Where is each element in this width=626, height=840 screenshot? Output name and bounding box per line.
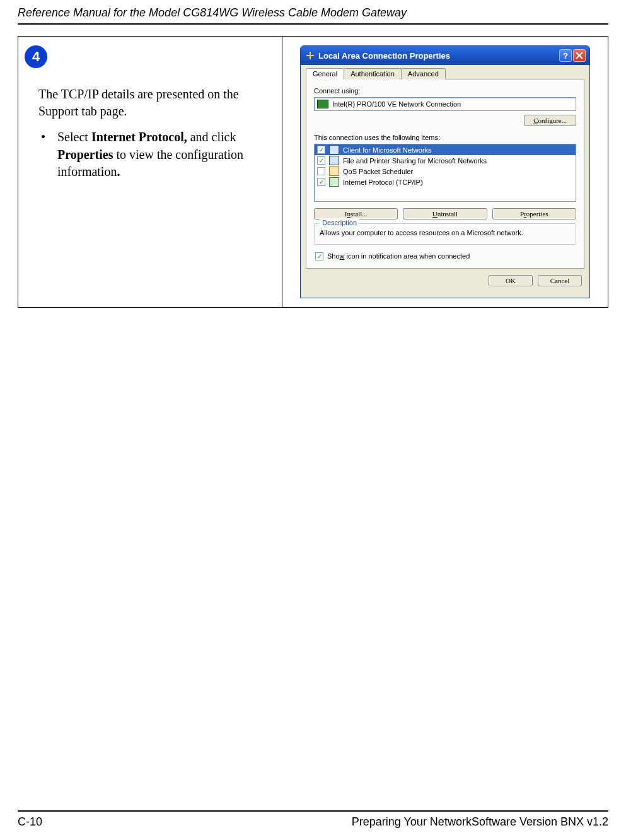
client-icon [329,145,339,155]
description-legend: Description [320,219,359,226]
dialog-footer: OK Cancel [301,269,589,291]
network-icon [306,51,315,60]
configure-button[interactable]: Configure... [524,115,576,126]
item-label: Internet Protocol (TCP/IP) [343,178,423,186]
help-button[interactable]: ? [559,49,572,62]
connect-using-label: Connect using: [314,87,576,95]
tab-general[interactable]: General [306,68,344,79]
file-share-icon [329,156,339,165]
instruction-bullet: Select Internet Protocol, and click Prop… [38,129,270,181]
bullet-bold-1: Internet Protocol, [91,130,187,144]
dialog-title: Local Area Connection Properties [318,51,450,61]
items-box[interactable]: Client for Microsoft Networks File and P… [314,144,576,202]
bullet-bold-2: Properties [57,148,113,161]
bullet-text-pre: Select [57,130,91,144]
footer-section: Preparing Your NetworkSoftware Version B… [352,815,608,829]
item-label: QoS Packet Scheduler [343,168,413,175]
item-client[interactable]: Client for Microsoft Networks [315,144,576,155]
close-button[interactable] [573,49,586,62]
u-configure: C [533,117,538,124]
screenshot-cell: Local Area Connection Properties ? Gener… [282,37,608,308]
ok-button[interactable]: OK [489,275,533,286]
item-file-printer[interactable]: File and Printer Sharing for Microsoft N… [315,155,576,166]
u-properties: r [524,210,526,218]
nic-icon [317,100,328,108]
tcpip-icon [329,177,339,187]
instruction-bullets: Select Internet Protocol, and click Prop… [38,129,270,181]
items-label: This connection uses the following items… [314,134,576,141]
adapter-field[interactable]: Intel(R) PRO/100 VE Network Connection [314,97,576,111]
page-header: Reference Manual for the Model CG814WG W… [18,6,608,25]
bullet-period: . [117,165,120,178]
item-qos[interactable]: QoS Packet Scheduler [315,166,576,177]
qos-icon [329,166,339,176]
show-icon-label: Show icon in notification area when conn… [327,252,470,260]
dialog-titlebar[interactable]: Local Area Connection Properties ? [301,46,589,65]
page-number: C-10 [18,815,42,829]
item-label: Client for Microsoft Networks [343,146,432,154]
description-text: Allows your computer to access resources… [320,229,571,238]
si-post: icon in notification area when connected [345,252,470,260]
show-icon-row[interactable]: Show icon in notification area when conn… [315,252,575,260]
item-label: File and Printer Sharing for Microsoft N… [343,157,487,165]
tab-advanced[interactable]: Advanced [401,68,446,79]
uninstall-button[interactable]: Uninstall [403,208,487,219]
u-uninstall: U [432,210,438,218]
checkbox-show-icon[interactable] [315,252,323,260]
checkbox-client[interactable] [317,146,325,154]
adapter-name: Intel(R) PRO/100 VE Network Connection [332,100,461,108]
si-u: w [340,252,345,260]
step-badge: 4 [25,45,47,68]
dialog-body: General Authentication Advanced Connect … [301,65,589,298]
item-buttons: Install... Uninstall Properties [314,208,576,219]
description-group: Description Allows your computer to acce… [314,223,576,245]
checkbox-file[interactable] [317,156,325,165]
instruction-cell: 4 The TCP/IP details are presented on th… [18,37,282,308]
cancel-button[interactable]: Cancel [538,275,582,286]
general-panel: Connect using: Intel(R) PRO/100 VE Netwo… [306,79,584,269]
bullet-text-mid: and click [187,130,236,144]
tab-authentication[interactable]: Authentication [344,68,402,79]
properties-button[interactable]: Properties [492,208,576,219]
si-pre: Sho [327,252,340,260]
layout-table: 4 The TCP/IP details are presented on th… [18,36,608,308]
tabs: General Authentication Advanced [301,68,589,79]
page-footer: C-10 Preparing Your NetworkSoftware Vers… [18,810,608,829]
install-button[interactable]: Install... [314,208,398,219]
checkbox-qos[interactable] [317,167,325,175]
u-install: n [347,210,351,218]
item-tcpip[interactable]: Internet Protocol (TCP/IP) [315,177,576,187]
checkbox-tcpip[interactable] [317,178,325,186]
close-icon [576,52,583,59]
xp-dialog: Local Area Connection Properties ? Gener… [300,45,590,298]
instruction-intro: The TCP/IP details are presented on the … [38,86,270,120]
